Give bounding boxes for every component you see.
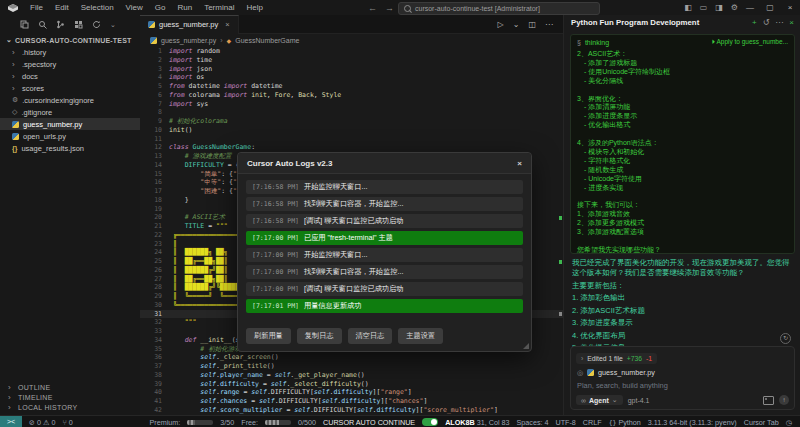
chevron-down-icon[interactable]: ⌄ (513, 20, 520, 29)
resize-handle[interactable] (523, 343, 529, 349)
premium-usage-bar[interactable] (187, 420, 213, 425)
dialog-titlebar[interactable]: Cursor Auto Logs v2.3 × (238, 153, 531, 174)
regenerate-icon[interactable]: ↻ (780, 333, 791, 344)
tree-item-label: scores (22, 84, 44, 93)
free-usage-bar[interactable] (265, 420, 291, 425)
line-content: self.difficulty = self._select_difficult… (169, 380, 369, 389)
new-chat-icon[interactable]: + (752, 18, 757, 27)
code-token: random (192, 47, 219, 55)
tree-item--specstory[interactable]: ›.specstory (0, 58, 140, 70)
tree-item-docs[interactable]: ›docs (0, 70, 140, 82)
agent-mode-selector[interactable]: ∞ Agent ⌄ (576, 395, 623, 405)
remote-indicator[interactable]: >< (0, 416, 22, 427)
eol-indicator[interactable]: CRLF (583, 418, 602, 427)
dialog-title: Cursor Auto Logs v2.3 (247, 159, 333, 168)
auto-continue-toggle[interactable] (422, 418, 438, 426)
split-editor-icon[interactable]: ◫ (528, 20, 536, 29)
settings-gear-icon[interactable]: ⚙ (731, 3, 738, 12)
tree-item-usage-results-json[interactable]: {}usage_results.json (0, 142, 140, 154)
chevron-down-icon: ⌄ (6, 36, 12, 44)
close-button[interactable]: × (780, 0, 800, 15)
menu-view[interactable]: View (120, 3, 149, 12)
menu-file[interactable]: File (24, 3, 49, 12)
tab-close-icon[interactable]: × (225, 20, 229, 29)
chevron-down-icon[interactable]: ⌄ (110, 21, 116, 29)
python-interpreter[interactable]: 3.11.3 64-bit (3.11.3: pyenv) (648, 418, 737, 427)
clear-logs-button[interactable]: 清空日志 (348, 328, 393, 344)
send-button[interactable]: ↑ (779, 395, 789, 405)
problems-indicator[interactable]: ⊘ 0 ⚠ 0 (29, 418, 55, 427)
tab-guess-number[interactable]: guess_number.py × (140, 15, 239, 34)
menubar: FileEditSelectionViewGoRunTerminalHelp (24, 3, 269, 12)
edited-files-chip[interactable]: › Edited 1 file +736 -1 (576, 353, 657, 364)
source-control-icon[interactable] (56, 20, 65, 29)
tree-item-open-urls-py[interactable]: open_urls.py (0, 130, 140, 142)
thinking-header[interactable]: § thinking ⏵ Apply to guess_numbe... (571, 35, 794, 48)
code-token: # ASCII艺术 (169, 213, 225, 221)
indentation-indicator[interactable]: Spaces: 4 (517, 418, 549, 427)
code-token: init (247, 91, 267, 99)
menu-edit[interactable]: Edit (49, 3, 75, 12)
more-icon[interactable]: ⋯ (775, 18, 783, 27)
forward-arrow-icon[interactable]: → (385, 3, 394, 13)
line-number: 11 (140, 135, 169, 144)
panel-label: LOCAL HISTORY (18, 404, 77, 411)
code-token (169, 318, 185, 326)
copy-logs-button[interactable]: 复制日志 (297, 328, 342, 344)
cursor-tab-indicator[interactable]: Cursor Tab (744, 418, 779, 427)
language-mode[interactable]: {} Python (609, 418, 641, 427)
history-icon[interactable]: ↺ (763, 18, 770, 27)
panel-left-icon[interactable]: ◧ (684, 3, 692, 12)
more-actions-icon[interactable]: ⋯ (545, 20, 553, 29)
run-python-icon[interactable]: ▷ (498, 20, 504, 29)
encoding-indicator[interactable]: UTF-8 (555, 418, 575, 427)
menu-selection[interactable]: Selection (75, 3, 120, 12)
minimize-button[interactable]: — (740, 0, 760, 15)
apply-to-file-button[interactable]: ⏵ Apply to guess_numbe... (712, 38, 788, 46)
panel-timeline[interactable]: ›TIMELINE (0, 392, 140, 402)
ports-indicator[interactable]: ⑂ 0 (62, 418, 72, 427)
command-search-input[interactable]: cursor-auto-continue-test [Administrator… (398, 2, 600, 15)
extensions-icon[interactable] (74, 20, 83, 29)
tree-item--cursorindexingignore[interactable]: ⚙.cursorindexingignore (0, 94, 140, 106)
tree-item--history[interactable]: ›.history (0, 46, 140, 58)
panel-bottom-icon[interactable]: ▭ (700, 3, 708, 12)
tree-item-guess-number-py[interactable]: guess_number.py (0, 118, 140, 130)
context-file-chip[interactable]: ◎ guess_number.py (571, 365, 794, 377)
code-token: self (271, 380, 287, 388)
cursor-position[interactable]: ALOK8B 31, Col 83 (445, 418, 509, 427)
panel-right-icon[interactable]: ◨ (715, 3, 723, 12)
theme-settings-button[interactable]: 主题设置 (398, 328, 443, 344)
chat-input[interactable]: Plan, search, build anything (571, 377, 794, 390)
menu-terminal[interactable]: Terminal (198, 3, 240, 12)
code-token: DIFFICULTY[ (279, 397, 322, 405)
bell-icon[interactable]: ◷ (786, 418, 792, 427)
code-token: # 游戏难度配置 (169, 152, 231, 160)
dialog-close-icon[interactable]: × (517, 159, 522, 168)
menu-run[interactable]: Run (171, 3, 198, 12)
chevron-right-icon: › (12, 72, 18, 81)
model-selector[interactable]: gpt-4.1 (628, 397, 650, 404)
code-line: 8 (140, 108, 563, 117)
code-token: DIFFICULTY (185, 161, 224, 169)
log-timestamp: [7:16:58 PM] (252, 183, 299, 191)
breadcrumb[interactable]: guess_number.py › ◆ GuessNumberGame (140, 34, 563, 47)
premium-label: Premium: (150, 418, 181, 427)
back-arrow-icon[interactable]: ← (368, 3, 377, 13)
attach-image-icon[interactable] (763, 396, 774, 405)
search-icon[interactable] (38, 20, 47, 29)
panel-local-history[interactable]: ›LOCAL HISTORY (0, 402, 140, 412)
refresh-usage-button[interactable]: 刷新用量 (246, 328, 291, 344)
close-chat-icon[interactable]: × (789, 18, 794, 27)
tree-item-scores[interactable]: ›scores (0, 82, 140, 94)
menu-help[interactable]: Help (240, 3, 268, 12)
menu-go[interactable]: Go (149, 3, 172, 12)
code-token: = (239, 388, 251, 396)
workspace-root[interactable]: ⌄ CURSOR-AUTO-CONTINUE-TEST (0, 33, 140, 46)
chat-composer[interactable]: › Edited 1 file +736 -1 ◎ guess_number.p… (570, 346, 795, 410)
panel-outline[interactable]: ›OUTLINE (0, 382, 140, 392)
maximize-button[interactable]: ▢ (760, 0, 780, 15)
tree-item--gitignore[interactable]: ◇.gitignore (0, 106, 140, 118)
refresh-icon[interactable] (92, 20, 101, 29)
files-icon[interactable] (20, 20, 29, 29)
